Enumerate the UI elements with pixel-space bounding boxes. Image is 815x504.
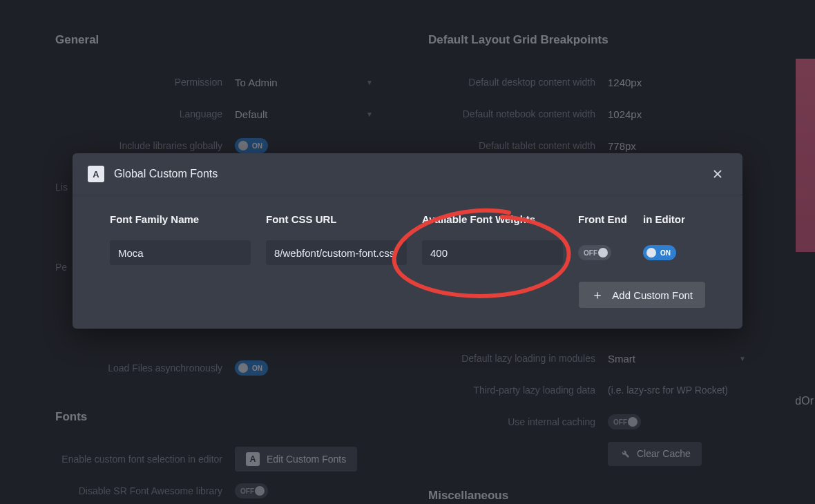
internal-caching-toggle[interactable]: OFF [608, 414, 641, 429]
setting-label: Language [55, 108, 235, 119]
setting-enable-custom-font: Enable custom font selection in editor A… [55, 443, 387, 475]
edge-text: dOr [795, 395, 814, 407]
setting-label: Default desktop content width [428, 77, 608, 88]
right-panel-strip [796, 59, 815, 252]
setting-label: Enable custom font selection in editor [55, 454, 235, 465]
col-header-in-editor: in Editor [643, 213, 693, 225]
font-family-input[interactable] [110, 240, 251, 265]
setting-label: Include libraries globally [55, 140, 235, 151]
close-button[interactable] [708, 164, 727, 184]
setting-label: Default tablet content width [428, 140, 608, 151]
col-header-url: Font CSS URL [266, 213, 407, 225]
font-css-url-input[interactable] [266, 240, 407, 265]
desktop-width-value[interactable]: 1240px [608, 77, 760, 88]
setting-label: Default notebook content width [428, 108, 608, 119]
setting-disable-fa: Disable SR Font Awesome library OFF [55, 475, 387, 504]
add-custom-font-button[interactable]: ＋ Add Custom Font [579, 282, 705, 308]
plus-icon: ＋ [591, 289, 604, 301]
clear-cache-button[interactable]: Clear Cache [608, 442, 702, 466]
chevron-down-icon: ▼ [366, 110, 373, 118]
notebook-width-value[interactable]: 1024px [608, 108, 760, 120]
disable-fa-toggle[interactable]: OFF [235, 483, 268, 498]
chevron-down-icon: ▼ [366, 79, 373, 86]
section-title-general: General [55, 33, 387, 47]
section-title-misc: Miscellaneous [428, 489, 760, 503]
setting-language: Language Default ▼ [55, 98, 387, 130]
section-title-breakpoints: Default Layout Grid Breakpoints [428, 33, 760, 47]
setting-desktop-width: Default desktop content width 1240px [428, 66, 760, 98]
col-header-weights: Available Font Weights [422, 213, 563, 225]
setting-label: Third-party lazy loading data [428, 385, 608, 396]
font-icon: A [88, 166, 104, 182]
language-dropdown[interactable]: Default ▼ [235, 104, 387, 124]
col-header-family: Font Family Name [110, 213, 251, 225]
col-header-front-end: Front End [578, 213, 628, 225]
tablet-width-value[interactable]: 778px [608, 140, 760, 152]
font-icon: A [246, 452, 260, 466]
setting-label: Load Files asynchronously [55, 362, 235, 374]
setting-label: Permission [55, 77, 235, 88]
setting-notebook-width: Default notebook content width 1024px [428, 98, 760, 130]
third-party-hint: (i.e. lazy-src for WP Rocket) [608, 385, 760, 396]
include-libs-toggle[interactable]: ON [235, 138, 268, 153]
lazy-loading-dropdown[interactable]: Smart ▼ [608, 349, 760, 369]
setting-label: Use internal caching [428, 416, 608, 427]
font-weights-input[interactable] [422, 240, 563, 265]
modal-header: A Global Custom Fonts [73, 153, 742, 195]
wrench-icon [619, 447, 630, 461]
setting-permission: Permission To Admin ▼ [55, 66, 387, 98]
section-title-fonts: Fonts [55, 410, 387, 424]
setting-label: Default lazy loading in modules [428, 353, 608, 364]
setting-internal-caching: Use internal caching OFF [428, 406, 760, 438]
in-editor-toggle[interactable]: ON [643, 245, 676, 260]
setting-label: Disable SR Font Awesome library [55, 485, 235, 496]
modal-title: Global Custom Fonts [114, 168, 218, 180]
setting-third-party-lazy: Third-party lazy loading data (i.e. lazy… [428, 374, 760, 406]
edit-custom-fonts-button[interactable]: A Edit Custom Fonts [235, 447, 357, 472]
setting-lazy-loading: Default lazy loading in modules Smart ▼ [428, 342, 760, 374]
close-icon [711, 168, 724, 180]
setting-load-async: Load Files asynchronously ON [55, 352, 387, 384]
chevron-down-icon: ▼ [739, 355, 746, 362]
load-async-toggle[interactable]: ON [235, 360, 268, 376]
permission-dropdown[interactable]: To Admin ▼ [235, 72, 387, 93]
front-end-toggle[interactable]: OFF [578, 245, 611, 260]
global-custom-fonts-modal: A Global Custom Fonts Font Family Name F… [73, 153, 742, 329]
